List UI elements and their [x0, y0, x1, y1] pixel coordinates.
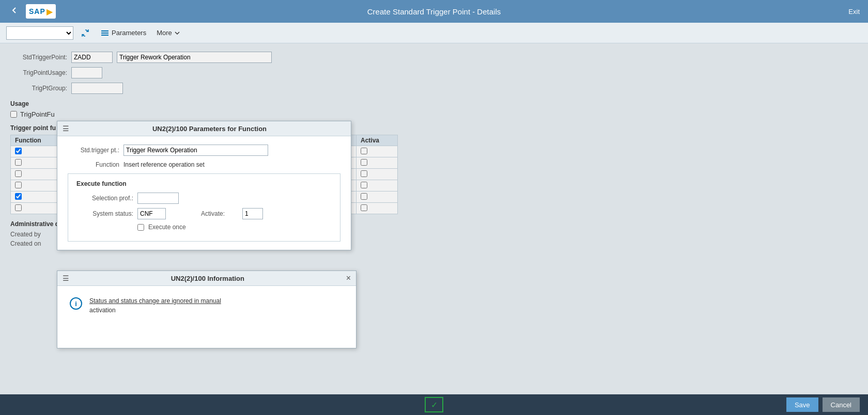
more-button[interactable]: More — [153, 27, 183, 39]
activate-group: Activate: — [170, 208, 263, 219]
info-message-line1: Status and status change are ignored in … — [89, 297, 221, 305]
save-button[interactable]: Save — [786, 397, 818, 412]
confirm-button[interactable]: ✓ — [425, 397, 443, 412]
system-status-label: System status: — [76, 210, 133, 217]
main-content: StdTriggerPoint: TrigPointUsage: TrigPtG… — [0, 43, 868, 415]
params-dialog-menu-icon[interactable]: ☰ — [63, 124, 69, 133]
params-dialog-title: UN2(2)/100 Parameters for Function — [73, 125, 346, 133]
info-message-line2: activation — [89, 307, 116, 314]
exit-button[interactable]: Exit — [848, 8, 860, 15]
bottom-bar: ✓ Save Cancel — [0, 394, 868, 415]
toolbar: Parameters More — [0, 23, 868, 43]
params-function-row: Function Insert reference operation set — [68, 161, 340, 168]
more-label: More — [157, 29, 172, 37]
info-dialog-close-button[interactable]: × — [346, 274, 351, 282]
svg-rect-2 — [101, 35, 109, 36]
info-text: Status and status change are ignored in … — [89, 296, 221, 315]
params-std-trigger-label: Std.trigger pt.: — [68, 147, 119, 154]
sap-logo: SAP ▶ — [26, 4, 56, 19]
info-dialog-title: UN2(2)/100 Information — [73, 275, 342, 282]
parameters-icon — [100, 28, 110, 38]
execute-once-checkbox[interactable] — [137, 224, 144, 231]
info-dialog-body: i Status and status change are ignored i… — [57, 286, 356, 348]
back-button[interactable] — [8, 4, 21, 19]
selection-prof-input[interactable] — [137, 193, 179, 204]
activate-input[interactable] — [242, 208, 263, 219]
sap-logo-arrow: ▶ — [47, 7, 53, 17]
cancel-button[interactable]: Cancel — [823, 397, 860, 412]
selection-prof-row: Selection prof.: — [76, 193, 332, 204]
execute-section: Execute function Selection prof.: System… — [68, 173, 340, 242]
svg-rect-1 — [101, 33, 109, 34]
header-bar: SAP ▶ Create Standard Trigger Point - De… — [0, 0, 868, 23]
params-std-trigger-row: Std.trigger pt.: — [68, 145, 340, 156]
params-std-trigger-input[interactable] — [123, 145, 268, 156]
info-dialog-menu-icon[interactable]: ☰ — [63, 274, 69, 282]
system-status-activate-row: System status: Activate: — [76, 208, 332, 219]
params-dialog-titlebar: ☰ UN2(2)/100 Parameters for Function — [57, 121, 351, 136]
refresh-icon — [81, 28, 90, 38]
params-function-value: Insert reference operation set — [123, 161, 205, 168]
execute-title: Execute function — [76, 180, 332, 187]
parameters-button[interactable]: Parameters — [97, 26, 149, 40]
activate-label: Activate: — [201, 210, 225, 217]
sap-logo-text: SAP — [29, 7, 45, 15]
check-icon: ✓ — [431, 400, 438, 410]
selection-prof-label: Selection prof.: — [76, 195, 133, 202]
params-dialog-body: Std.trigger pt.: Function Insert referen… — [57, 136, 351, 250]
info-dialog-titlebar: ☰ UN2(2)/100 Information × — [57, 271, 356, 286]
params-dialog: ☰ UN2(2)/100 Parameters for Function Std… — [57, 121, 351, 250]
svg-rect-0 — [101, 30, 109, 31]
info-dialog: ☰ UN2(2)/100 Information × i Status and … — [57, 270, 357, 348]
chevron-down-icon — [174, 30, 180, 36]
execute-once-label: Execute once — [148, 224, 186, 231]
toolbar-select[interactable] — [6, 26, 73, 40]
params-function-label: Function — [68, 161, 119, 168]
parameters-label: Parameters — [112, 29, 146, 37]
info-icon: i — [70, 297, 82, 310]
system-status-input[interactable] — [137, 208, 166, 219]
header-title: Create Standard Trigger Point - Details — [367, 7, 501, 16]
execute-once-row: Execute once — [76, 224, 332, 231]
refresh-button[interactable] — [78, 26, 93, 40]
